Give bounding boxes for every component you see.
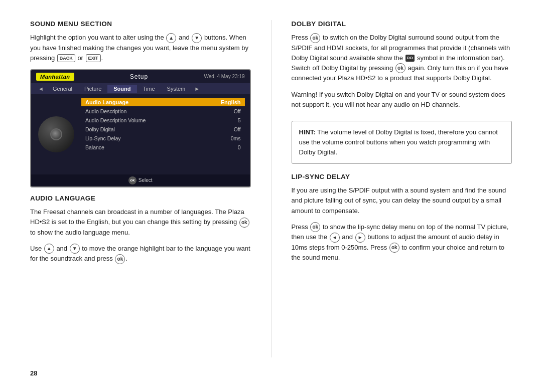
menu-highlighted-value: English xyxy=(221,99,241,105)
tv-date: Wed. 4 May 23:19 xyxy=(204,74,245,79)
exit-button: EXIT xyxy=(86,54,101,62)
tv-menu: Audio Language English Audio Description… xyxy=(81,98,245,170)
page: SOUND MENU SECTION Highlight the option … xyxy=(0,0,542,392)
tv-nav-left-arrow: ◄ xyxy=(35,86,47,92)
dolby-warning: Warning! If you switch Dolby Digital on … xyxy=(292,90,512,110)
menu-row-value-3: Off xyxy=(234,126,241,132)
menu-row-label-1: Audio Description xyxy=(85,108,126,114)
dolby-ok-btn-1: ok xyxy=(310,33,320,43)
al-up-btn: ▲ xyxy=(44,244,54,254)
dolby-title: DOLBY DIGITAL xyxy=(292,20,512,28)
tv-menu-row-2: Audio Description Volume 5 xyxy=(81,116,245,124)
page-number: 28 xyxy=(30,365,512,377)
lip-sync-title: LIP-SYNC DELAY xyxy=(292,173,512,180)
ok-icon: ok xyxy=(128,176,137,184)
hint-text: HINT: The volume level of Dolby Digital … xyxy=(299,127,505,157)
lip-ok-btn-2: ok xyxy=(389,243,399,253)
speaker-graphic xyxy=(38,116,74,152)
menu-highlighted-label: Audio Language xyxy=(85,99,128,105)
lip-right-btn: ► xyxy=(355,233,365,243)
menu-row-label-2: Audio Description Volume xyxy=(85,117,146,123)
back-button: BACK xyxy=(57,54,75,62)
menu-row-label-3: Dolby Digital xyxy=(85,126,115,132)
tv-nav-sound: Sound xyxy=(107,85,137,93)
tv-body: Audio Language English Audio Description… xyxy=(31,94,250,174)
tv-mockup: Manhattan Setup Wed. 4 May 23:19 ◄ Gener… xyxy=(30,69,251,187)
hint-box: HINT: The volume level of Dolby Digital … xyxy=(292,121,512,164)
right-column: DOLBY DIGITAL Press ok to switch on the … xyxy=(292,20,512,357)
tv-speaker xyxy=(36,98,76,170)
tv-footer-select: ok Select xyxy=(128,176,153,184)
tv-footer: ok Select xyxy=(31,174,250,186)
audio-language-p1: The Freesat channels can broadcast in a … xyxy=(30,207,251,238)
al-text-2-end: . xyxy=(125,255,127,262)
sound-menu-title: SOUND MENU SECTION xyxy=(30,20,251,28)
hint-label: HINT: xyxy=(299,128,316,136)
al-text-2-start: Use xyxy=(30,245,42,252)
tv-nav-general: General xyxy=(47,85,78,93)
select-label: Select xyxy=(139,177,153,183)
tv-menu-row-5: Balance 0 xyxy=(81,143,245,151)
column-divider xyxy=(271,20,272,357)
left-column: SOUND MENU SECTION Highlight the option … xyxy=(30,20,251,357)
tv-menu-row-1: Audio Description Off xyxy=(81,107,245,115)
tv-setup-title: Setup xyxy=(130,73,148,80)
menu-row-label-5: Balance xyxy=(85,144,104,150)
menu-row-value-2: 5 xyxy=(238,117,241,123)
audio-language-p2: Use ▲ and ▼ to move the orange highlight… xyxy=(30,244,251,264)
menu-row-value-5: 0 xyxy=(238,144,241,150)
al-text-1-end: to show the audio language menu. xyxy=(30,229,130,236)
dolby-digital-badge: DD xyxy=(405,55,415,62)
lip-ok-btn-1: ok xyxy=(310,222,320,232)
dolby-text-start: Press xyxy=(292,34,308,41)
lip-left-btn: ◄ xyxy=(330,233,340,243)
menu-row-value-1: Off xyxy=(234,108,241,114)
hint-body: The volume level of Dolby Digital is fix… xyxy=(299,128,498,156)
lip-sync-p1: If you are using the S/PDIF output with … xyxy=(292,185,512,216)
lip-text-start: Press xyxy=(292,223,308,231)
tv-nav-system: System xyxy=(161,85,192,93)
tv-menu-row-3: Dolby Digital Off xyxy=(81,125,245,133)
dolby-p1: Press ok to switch on the Dolby Digital … xyxy=(292,33,512,84)
tv-nav-time: Time xyxy=(137,85,161,93)
lip-and: and xyxy=(342,233,353,241)
dolby-ok-btn-2: ok xyxy=(395,63,405,73)
intro-text-1: Highlight the option you want to alter u… xyxy=(30,34,164,41)
sound-menu-intro: Highlight the option you want to alter u… xyxy=(30,33,251,63)
menu-row-label-4: Lip-Sync Delay xyxy=(85,135,121,141)
tv-nav: ◄ General Picture Sound Time System ► xyxy=(31,83,250,94)
al-ok-btn-2: ok xyxy=(115,254,125,264)
or-text: or xyxy=(77,54,83,62)
al-and: and xyxy=(56,245,67,252)
two-column-layout: SOUND MENU SECTION Highlight the option … xyxy=(30,20,512,357)
and-text-1: and xyxy=(179,34,190,41)
menu-row-value-4: 0ms xyxy=(231,135,241,141)
tv-menu-row-4: Lip-Sync Delay 0ms xyxy=(81,134,245,142)
al-ok-btn-1: ok xyxy=(239,218,249,228)
speaker-inner xyxy=(50,128,62,140)
al-text-1: The Freesat channels can broadcast in a … xyxy=(30,208,244,226)
tv-header: Manhattan Setup Wed. 4 May 23:19 xyxy=(31,70,250,83)
al-down-btn: ▼ xyxy=(70,244,80,254)
lip-sync-p2: Press ok to show the lip-sync delay menu… xyxy=(292,222,512,263)
tv-nav-right-arrow: ► xyxy=(191,86,203,92)
audio-language-title: AUDIO LANGUAGE xyxy=(30,194,251,202)
down-button-icon: ▼ xyxy=(192,33,202,43)
tv-menu-row-highlighted: Audio Language English xyxy=(81,98,245,106)
tv-nav-picture: Picture xyxy=(78,85,107,93)
up-button-icon: ▲ xyxy=(166,33,176,43)
tv-logo: Manhattan xyxy=(36,73,74,81)
